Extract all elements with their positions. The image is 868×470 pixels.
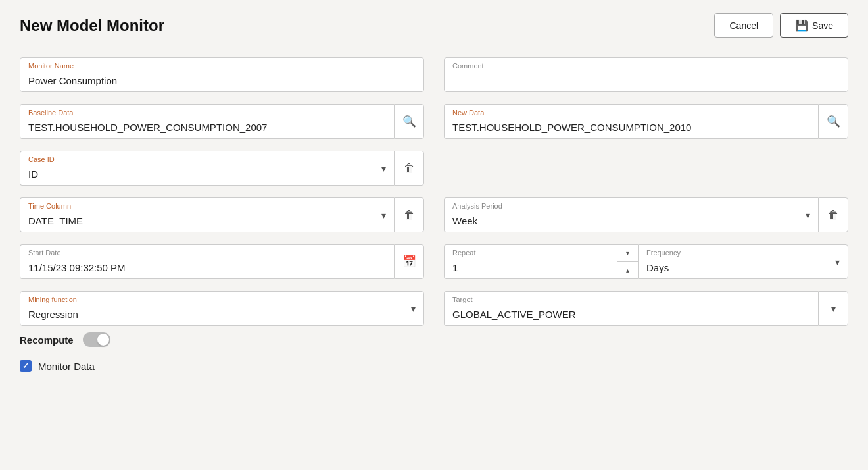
case-id-chevron-icon[interactable] <box>381 163 386 174</box>
comment-field: Comment <box>444 57 848 92</box>
monitor-name-value[interactable]: Power Consumption <box>28 75 416 86</box>
recompute-toggle[interactable] <box>83 332 110 347</box>
time-column-value[interactable]: DATE_TIME <box>28 215 381 226</box>
time-column-chevron-icon[interactable] <box>381 210 386 221</box>
page-title: New Model Monitor <box>20 16 164 35</box>
baseline-data-value[interactable]: TEST.HOUSEHOLD_POWER_CONSUMPTION_2007 <box>28 122 386 133</box>
start-date-row: Start Date 11/15/23 09:32:50 PM 📅 <box>20 244 424 279</box>
target-value[interactable]: GLOBAL_ACTIVE_POWER <box>452 309 810 320</box>
mining-function-field: Mining function Regression <box>20 291 424 326</box>
repeat-up-button[interactable]: ▴ <box>617 262 638 278</box>
save-disk-icon: 💾 <box>795 19 808 32</box>
frequency-label: Frequency <box>646 249 681 257</box>
calendar-icon: 📅 <box>402 255 416 269</box>
baseline-data-label: Baseline Data <box>28 109 74 117</box>
repeat-arrows: ▾ ▴ <box>617 245 638 278</box>
new-data-search-button[interactable]: 🔍 <box>818 104 848 139</box>
repeat-label: Repeat <box>452 249 475 257</box>
monitor-data-row: ✓ Monitor Data <box>20 360 848 372</box>
form-grid: Monitor Name Power Consumption Comment B… <box>20 57 848 326</box>
case-id-delete-button[interactable]: 🗑 <box>394 151 424 186</box>
new-data-label: New Data <box>452 109 484 117</box>
new-data-value[interactable]: TEST.HOUSEHOLD_POWER_CONSUMPTION_2010 <box>452 122 810 133</box>
analysis-period-field: Analysis Period Week <box>444 197 818 232</box>
analysis-period-delete-button[interactable]: 🗑 <box>818 197 848 232</box>
recompute-label: Recompute <box>20 334 74 346</box>
recompute-row: Recompute <box>20 332 848 347</box>
analysis-period-chevron-icon[interactable] <box>806 210 810 221</box>
search-icon: 🔍 <box>402 115 416 128</box>
search-icon-2: 🔍 <box>827 115 840 128</box>
target-chevron-icon[interactable] <box>831 303 836 314</box>
repeat-field: Repeat 1 ▾ ▴ <box>444 244 638 279</box>
case-id-label: Case ID <box>28 155 55 163</box>
baseline-data-field: Baseline Data TEST.HOUSEHOLD_POWER_CONSU… <box>20 104 394 139</box>
new-data-field: New Data TEST.HOUSEHOLD_POWER_CONSUMPTIO… <box>444 104 818 139</box>
repeat-value[interactable]: 1 <box>452 262 609 273</box>
monitor-data-label: Monitor Data <box>38 361 95 372</box>
repeat-frequency-row: Repeat 1 ▾ ▴ Frequency Days <box>444 244 848 279</box>
mining-function-chevron-icon[interactable] <box>411 303 416 314</box>
baseline-data-search-button[interactable]: 🔍 <box>394 104 424 139</box>
analysis-period-label: Analysis Period <box>452 202 502 210</box>
case-id-row: Case ID ID 🗑 <box>20 151 424 186</box>
baseline-data-row: Baseline Data TEST.HOUSEHOLD_POWER_CONSU… <box>20 104 424 139</box>
frequency-value[interactable]: Days <box>646 262 835 273</box>
checkbox-check-icon: ✓ <box>22 361 29 371</box>
start-date-calendar-button[interactable]: 📅 <box>394 244 424 279</box>
target-field: Target GLOBAL_ACTIVE_POWER <box>444 291 818 326</box>
new-data-row: New Data TEST.HOUSEHOLD_POWER_CONSUMPTIO… <box>444 104 848 139</box>
trash-icon: 🗑 <box>404 162 415 175</box>
case-id-value[interactable]: ID <box>28 169 381 180</box>
case-id-field: Case ID ID <box>20 151 394 186</box>
monitor-name-field: Monitor Name Power Consumption <box>20 57 424 92</box>
trash-icon-3: 🗑 <box>828 209 839 222</box>
start-date-value[interactable]: 11/15/23 09:32:50 PM <box>28 262 386 273</box>
trash-icon-2: 🗑 <box>404 209 415 222</box>
analysis-period-value[interactable]: Week <box>452 215 806 226</box>
mining-function-label: Mining function <box>28 296 77 303</box>
analysis-period-row: Analysis Period Week 🗑 <box>444 197 848 232</box>
save-button[interactable]: 💾 Save <box>780 13 848 38</box>
start-date-label: Start Date <box>28 249 61 257</box>
page-header: New Model Monitor Cancel 💾 Save <box>20 13 848 38</box>
start-date-field: Start Date 11/15/23 09:32:50 PM <box>20 244 394 279</box>
time-column-label: Time Column <box>28 202 71 210</box>
mining-function-value[interactable]: Regression <box>28 309 411 320</box>
time-column-row: Time Column DATE_TIME 🗑 <box>20 197 424 232</box>
time-column-field: Time Column DATE_TIME <box>20 197 394 232</box>
frequency-field: Frequency Days <box>638 244 848 279</box>
monitor-name-label: Monitor Name <box>28 62 74 70</box>
target-label: Target <box>452 296 473 303</box>
monitor-data-checkbox[interactable]: ✓ <box>20 360 32 372</box>
target-row: Target GLOBAL_ACTIVE_POWER <box>444 291 848 326</box>
frequency-chevron-icon[interactable] <box>835 257 840 267</box>
target-chevron-button[interactable] <box>818 291 848 326</box>
time-column-delete-button[interactable]: 🗑 <box>394 197 424 232</box>
repeat-down-button[interactable]: ▾ <box>617 245 638 262</box>
case-id-right-empty <box>444 151 848 186</box>
toggle-knob <box>97 334 109 346</box>
header-buttons: Cancel 💾 Save <box>714 13 848 38</box>
cancel-button[interactable]: Cancel <box>714 13 773 38</box>
comment-label: Comment <box>452 62 484 70</box>
